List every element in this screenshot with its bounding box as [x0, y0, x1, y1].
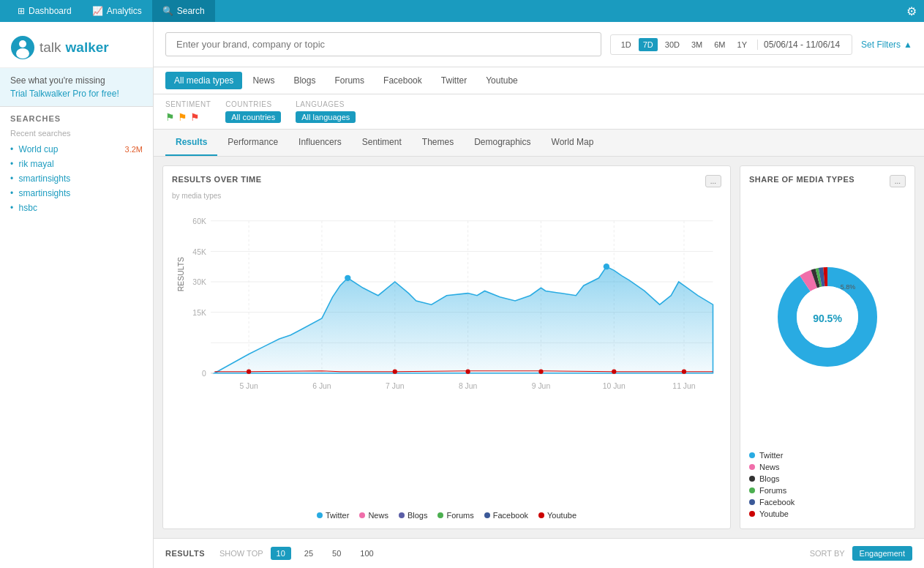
right-legend-forums: Forums: [749, 485, 906, 496]
svg-point-29: [247, 370, 251, 374]
blogs-label: Blogs: [407, 511, 428, 520]
nav-search[interactable]: 🔍 Search: [152, 0, 215, 22]
media-tabs: All media types News Blogs Forums Facebo…: [154, 67, 924, 94]
sentiment-filter: SENTIMENT ⚑ ⚑ ⚑: [165, 100, 211, 123]
right-news-label: News: [759, 463, 780, 471]
svg-text:5 Jun: 5 Jun: [239, 382, 258, 390]
results-footer: RESULTS SHOW TOP 10 25 50 100 SORT BY En…: [154, 538, 924, 568]
legend-facebook: Facebook: [484, 511, 528, 520]
list-item: • smartinsights: [10, 186, 143, 201]
donut-center-label: 90.5%: [813, 313, 842, 324]
right-twitter-label: Twitter: [759, 451, 783, 460]
tab-world-map[interactable]: World Map: [541, 130, 604, 156]
tab-demographics[interactable]: Demographics: [464, 130, 541, 156]
all-languages-badge[interactable]: All languages: [296, 111, 356, 123]
small-percent-label: 5.8%: [841, 283, 856, 291]
tab-all-media[interactable]: All media types: [165, 72, 242, 89]
gear-icon[interactable]: ⚙: [906, 4, 917, 18]
sort-by-label: SORT BY: [810, 549, 845, 558]
analytics-icon: 📈: [92, 6, 103, 16]
date-btn-1d[interactable]: 1D: [617, 38, 636, 51]
all-countries-badge[interactable]: All countries: [225, 111, 281, 123]
right-forums-dot: [749, 487, 755, 493]
engagement-button[interactable]: Engagement: [852, 546, 912, 561]
tab-forums[interactable]: Forums: [326, 72, 373, 89]
chart-menu-button[interactable]: ...: [705, 175, 721, 187]
dashboard-icon: ⊞: [18, 6, 25, 16]
nav-search-label: Search: [177, 6, 205, 16]
sentiment-label: SENTIMENT: [165, 100, 211, 108]
chart-title: RESULTS OVER TIME: [172, 175, 262, 184]
search-item-link[interactable]: smartinsights: [19, 188, 71, 198]
search-input[interactable]: [165, 32, 601, 56]
right-blogs-dot: [749, 476, 755, 482]
tab-youtube[interactable]: Youtube: [477, 72, 527, 89]
tab-news[interactable]: News: [244, 72, 283, 89]
count-100-btn[interactable]: 100: [354, 547, 379, 560]
content-area: 1D 7D 30D 3M 6M 1Y 05/06/14 - 11/06/14 S…: [154, 22, 924, 568]
tab-influencers[interactable]: Influencers: [288, 130, 352, 156]
tab-sentiment[interactable]: Sentiment: [352, 130, 412, 156]
right-blogs-label: Blogs: [759, 474, 780, 483]
date-btn-6m[interactable]: 6M: [710, 38, 729, 51]
right-legend-news: News: [749, 461, 906, 473]
main-layout: talkwalker See what you're missing Trial…: [0, 22, 924, 568]
right-news-dot: [749, 464, 755, 470]
forums-label: Forums: [446, 511, 473, 520]
share-media-chart: SHARE OF MEDIA TYPES ...: [740, 165, 915, 529]
donut-svg: 90.5% 5.8%: [769, 258, 886, 375]
recent-searches-label: Recent searches: [10, 129, 143, 138]
chevron-up-icon: ▲: [904, 40, 912, 50]
date-btn-3m[interactable]: 3M: [687, 38, 707, 51]
right-youtube-label: Youtube: [759, 509, 789, 518]
searches-section: SEARCHES Recent searches • World cup 3.2…: [0, 107, 153, 223]
count-10-btn[interactable]: 10: [271, 547, 291, 560]
forums-dot: [437, 512, 443, 518]
line-chart-svg: 60K 45K 30K 15K 0 RESULTS 5 Jun 6 Jun 7 …: [172, 206, 721, 396]
youtube-dot: [538, 512, 544, 518]
view-tabs: Results Performance Influencers Sentimen…: [154, 130, 924, 157]
svg-text:8 Jun: 8 Jun: [459, 382, 478, 390]
nav-analytics[interactable]: 📈 Analytics: [82, 0, 152, 22]
svg-text:0: 0: [202, 370, 206, 378]
date-btn-30d[interactable]: 30D: [661, 38, 684, 51]
count-50-btn[interactable]: 50: [326, 547, 347, 560]
search-item-link[interactable]: rik mayal: [19, 159, 54, 169]
search-item-link[interactable]: hsbc: [19, 203, 37, 213]
tab-facebook[interactable]: Facebook: [375, 72, 431, 89]
legend-twitter: Twitter: [317, 511, 349, 520]
date-btn-1y[interactable]: 1Y: [733, 38, 751, 51]
negative-flag-icon[interactable]: ⚑: [190, 111, 200, 123]
tab-twitter[interactable]: Twitter: [432, 72, 476, 89]
legend-blogs: Blogs: [399, 511, 428, 520]
svg-text:45K: 45K: [192, 248, 206, 256]
tab-blogs[interactable]: Blogs: [285, 72, 324, 89]
search-item-link[interactable]: World cup: [19, 144, 59, 154]
set-filters-button[interactable]: Set Filters ▲: [861, 40, 912, 50]
date-btn-7d[interactable]: 7D: [639, 38, 658, 51]
tab-performance[interactable]: Performance: [217, 130, 288, 156]
trial-link[interactable]: Trial Talkwalker Pro for free!: [10, 89, 119, 99]
tab-results[interactable]: Results: [165, 130, 217, 156]
news-label: News: [368, 511, 388, 520]
donut-menu-button[interactable]: ...: [890, 175, 906, 187]
neutral-flag-icon[interactable]: ⚑: [178, 111, 187, 123]
right-facebook-label: Facebook: [759, 498, 795, 507]
positive-flag-icon[interactable]: ⚑: [165, 111, 175, 123]
count-25-btn[interactable]: 25: [298, 547, 319, 560]
list-item: • hsbc: [10, 201, 143, 215]
svg-point-31: [466, 370, 470, 374]
set-filters-label: Set Filters: [861, 40, 901, 50]
sidebar: talkwalker See what you're missing Trial…: [0, 22, 154, 568]
svg-point-30: [393, 370, 397, 374]
svg-point-34: [682, 370, 686, 374]
search-item-link[interactable]: smartinsights: [19, 173, 71, 184]
twitter-dot: [317, 512, 323, 518]
tab-themes[interactable]: Themes: [412, 130, 464, 156]
countries-filter: COUNTRIES All countries: [225, 100, 281, 123]
nav-dashboard[interactable]: ⊞ Dashboard: [7, 0, 82, 22]
date-range-controls: 1D 7D 30D 3M 6M 1Y 05/06/14 - 11/06/14: [610, 34, 852, 55]
right-forums-label: Forums: [759, 486, 786, 495]
searches-title: SEARCHES: [10, 114, 143, 123]
spike-dot-1: [345, 275, 350, 281]
